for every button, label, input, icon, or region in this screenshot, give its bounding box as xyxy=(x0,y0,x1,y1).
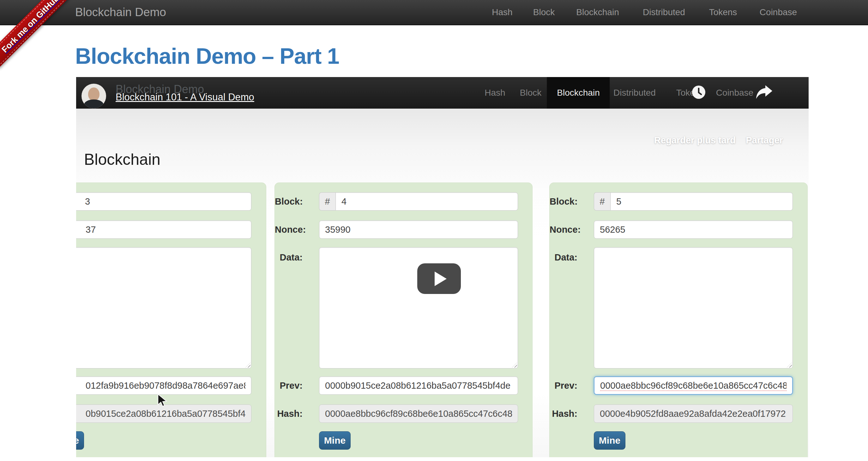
play-triangle-icon xyxy=(435,271,446,286)
nonce-input[interactable] xyxy=(76,220,251,239)
video-play-button[interactable] xyxy=(417,263,461,294)
nonce-input[interactable] xyxy=(319,220,518,239)
nonce-label: Nonce: xyxy=(275,220,303,239)
prev-hash-input[interactable] xyxy=(319,376,518,395)
block-card-5: Block: # Nonce: Data: Prev: Hash: Mine xyxy=(549,183,808,457)
page-title: Blockchain Demo – Part 1 xyxy=(75,43,339,69)
hash-label: Hash: xyxy=(275,404,303,423)
block-number-input[interactable] xyxy=(76,192,251,210)
data-label: Data: xyxy=(550,252,578,263)
mouse-cursor xyxy=(155,393,169,408)
nav-item-hash[interactable]: Hash xyxy=(492,0,512,25)
block-label: Block: xyxy=(275,192,303,210)
embedded-video-player[interactable]: Blockchain Demo Blockchain 101 - A Visua… xyxy=(76,77,809,457)
nav-item-blockchain[interactable]: Blockchain xyxy=(576,0,619,25)
nav-item-block[interactable]: Block xyxy=(533,0,555,25)
block-card-4: Block: # Nonce: Data: Prev: Hash: Mine xyxy=(275,183,532,457)
mine-button[interactable]: Mine xyxy=(76,431,84,450)
blockchain-section-heading: Blockchain xyxy=(84,150,160,169)
prev-hash-input[interactable] xyxy=(76,376,251,395)
mine-button[interactable]: Mine xyxy=(319,431,351,450)
share-label: Partager xyxy=(746,135,783,145)
data-label: Data: xyxy=(275,252,303,263)
nav-item-coinbase[interactable]: Coinbase xyxy=(760,0,797,25)
share-arrow-icon[interactable] xyxy=(755,84,773,100)
nav-item-distributed[interactable]: Distributed xyxy=(643,0,685,25)
nav-item-tokens[interactable]: Tokens xyxy=(709,0,737,25)
block-number-prefix: # xyxy=(319,192,336,210)
avatar-face xyxy=(88,88,99,101)
nonce-input[interactable] xyxy=(594,220,793,239)
block-number-input[interactable] xyxy=(610,192,793,210)
hash-label: Hash: xyxy=(550,404,578,423)
block-number-input[interactable] xyxy=(336,192,518,210)
data-textarea-wrap xyxy=(76,247,251,368)
prev-hash-input-focused[interactable] xyxy=(594,376,793,395)
top-navbar: Blockchain Demo Hash Block Blockchain Di… xyxy=(0,0,868,25)
nonce-label: Nonce: xyxy=(550,220,578,239)
data-textarea-wrap xyxy=(594,247,793,368)
video-nav-hash[interactable]: Hash xyxy=(485,77,505,109)
hash-output xyxy=(319,404,518,423)
prev-label: Prev: xyxy=(550,376,578,395)
block-card-3: Block: # Nonce: Data: Prev: Hash: Mine xyxy=(76,183,266,457)
data-textarea-wrap xyxy=(319,247,518,368)
block-label: Block: xyxy=(550,192,578,210)
mine-button[interactable]: Mine xyxy=(594,431,625,450)
video-nav-block[interactable]: Block xyxy=(520,77,541,109)
prev-label: Prev: xyxy=(275,376,303,395)
video-nav-blockchain-active[interactable]: Blockchain xyxy=(547,77,610,109)
channel-avatar[interactable] xyxy=(82,84,106,108)
video-nav-distributed[interactable]: Distributed xyxy=(613,77,656,109)
watch-later-label: Regarder plus tard xyxy=(654,135,736,145)
video-title-link[interactable]: Blockchain 101 - A Visual Demo xyxy=(116,92,254,103)
video-nav-coinbase[interactable]: Coinbase xyxy=(716,77,753,109)
data-textarea[interactable] xyxy=(594,247,793,368)
navbar-brand[interactable]: Blockchain Demo xyxy=(75,0,166,25)
video-header-bar: Blockchain Demo Blockchain 101 - A Visua… xyxy=(76,77,809,109)
avatar-shoulders xyxy=(84,99,103,108)
block-number-prefix: # xyxy=(594,192,610,210)
hash-output xyxy=(594,404,793,423)
data-textarea[interactable] xyxy=(319,247,518,368)
watch-later-icon[interactable] xyxy=(692,85,706,99)
data-textarea[interactable] xyxy=(76,247,251,368)
